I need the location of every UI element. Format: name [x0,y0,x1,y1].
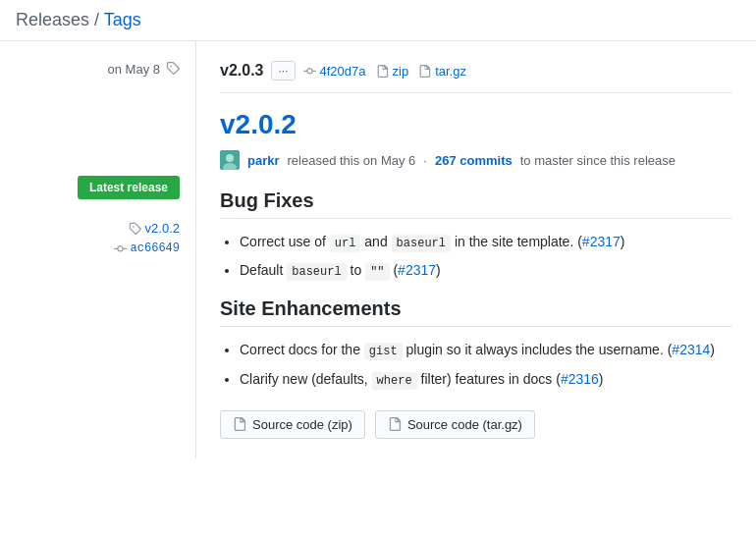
svg-point-1 [226,154,234,162]
sidebar-commit-link[interactable]: ac66649 [131,242,180,255]
breadcrumb: Releases / Tags [0,0,756,41]
releases-label: Releases [16,10,89,29]
source-zip-button[interactable]: Source code (zip) [220,410,365,439]
issue-2314-link[interactable]: #2314 [672,342,710,357]
more-button[interactable]: ··· [271,61,295,81]
source-buttons: Source code (zip) Source code (tar.gz) [220,410,732,439]
release-meta: parkr released this on May 6 · 267 commi… [220,150,732,170]
released-text: released this on May 6 [288,153,416,168]
source-targz-button[interactable]: Source code (tar.gz) [375,410,535,439]
zip-icon [376,65,389,78]
targz-icon [418,65,431,78]
avatar [220,150,240,170]
source-targz-label: Source code (tar.gz) [407,417,522,432]
sidebar-tag-link[interactable]: v2.0.2 [145,221,180,236]
commits-count: 267 [435,153,457,168]
list-item: Default baseurl to "" (#2317) [240,259,732,282]
list-item: Correct use of url and baseurl in the si… [240,231,732,253]
commits-suffix: to master since this release [520,153,675,168]
issue-2317-link-2[interactable]: #2317 [398,262,436,278]
tag-icon [166,61,180,78]
source-zip-label: Source code (zip) [252,417,352,432]
list-item: Clarify new (defaults, where filter) fea… [240,368,732,391]
author-link[interactable]: parkr [247,153,280,168]
section-title-bugfixes: Bug Fixes [220,189,732,219]
sidebar: on May 8 Latest release v2.0.2 ac66649 [0,41,196,458]
enhancements-list: Correct docs for the gist plugin so it a… [240,339,732,390]
tags-link[interactable]: Tags [104,10,141,29]
separator-dot: · [423,153,427,168]
issue-2317-link-1[interactable]: #2317 [582,234,621,249]
zip-doc-icon [233,417,246,431]
commits-label: commits [459,153,512,168]
sidebar-date: on May 8 [16,61,180,78]
commit-icon [114,242,127,255]
release-title: v2.0.2 [220,109,732,140]
commits-link[interactable]: 267 commits [435,153,513,168]
sidebar-tag: v2.0.2 [16,221,180,236]
commit-hash-icon [303,65,316,78]
targz-link[interactable]: tar.gz [418,64,466,79]
tag-small-icon [129,222,141,235]
bugfixes-list: Correct use of url and baseurl in the si… [240,231,732,282]
latest-release-badge: Latest release [78,176,180,199]
main-content: v2.0.3 ··· 4f20d7a zip [196,41,756,458]
tag-row: v2.0.3 ··· 4f20d7a zip [220,61,732,93]
section-title-enhancements: Site Enhancements [220,297,732,327]
list-item: Correct docs for the gist plugin so it a… [240,339,732,361]
release-body: Bug Fixes Correct use of url and baseurl… [220,189,732,391]
breadcrumb-separator: / [89,10,104,29]
sidebar-commit: ac66649 [16,242,180,255]
top-tag-name: v2.0.3 [220,62,263,80]
targz-doc-icon [388,417,402,431]
tag-links: 4f20d7a zip tar.gz [303,64,466,79]
commit-hash-link[interactable]: 4f20d7a [303,64,366,79]
zip-link[interactable]: zip [376,64,409,79]
issue-2316-link[interactable]: #2316 [561,371,599,387]
